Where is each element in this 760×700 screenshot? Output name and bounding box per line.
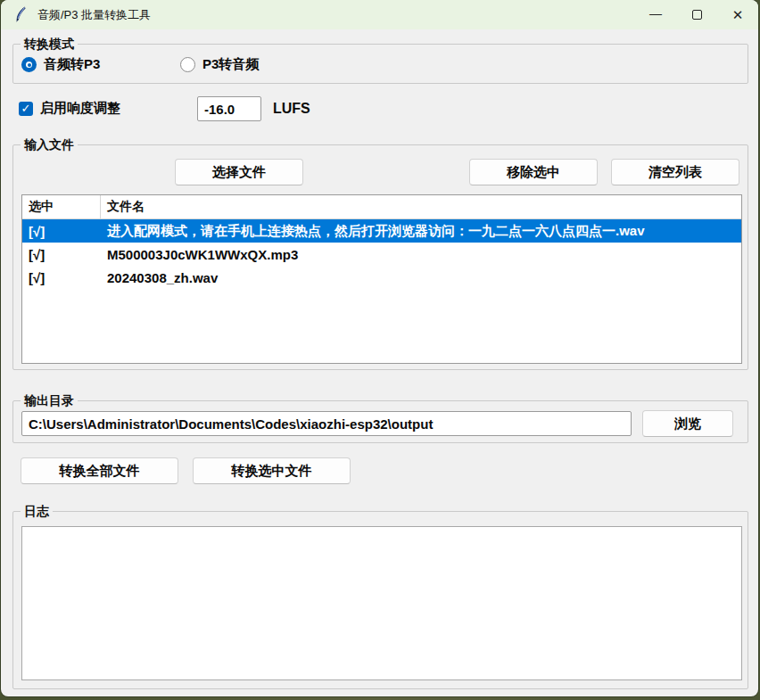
app-window: 音频/P3 批量转换工具 — ✕ 转换模式 音频转P3 P3转音频 ✓ 启用响度… (1, 0, 758, 696)
output-dir-groupbox: 输出目录 浏览 (12, 400, 748, 443)
maximize-icon (692, 10, 702, 20)
log-group-label: 日志 (21, 503, 53, 520)
mode-groupbox: 转换模式 音频转P3 P3转音频 (12, 44, 748, 84)
checkbox-checked-icon: ✓ (19, 102, 33, 116)
radio-audio-to-p3-label: 音频转P3 (44, 56, 100, 73)
titlebar: 音频/P3 批量转换工具 — ✕ (1, 0, 758, 29)
close-icon: ✕ (732, 8, 744, 21)
window-title: 音频/P3 批量转换工具 (37, 7, 151, 23)
minimize-button[interactable]: — (635, 0, 676, 29)
file-table-header: 选中 文件名 (22, 195, 741, 219)
browse-button[interactable]: 浏览 (642, 410, 733, 437)
log-textarea[interactable] (21, 526, 742, 680)
radio-audio-to-p3[interactable]: 音频转P3 (21, 56, 100, 73)
radio-unselected-icon (180, 57, 195, 72)
loudness-checkbox-label: 启用响度调整 (40, 100, 120, 117)
close-button[interactable]: ✕ (717, 0, 758, 29)
output-path-input[interactable] (21, 411, 632, 436)
row-checked-cell: [√] (22, 270, 101, 285)
loudness-checkbox[interactable]: ✓ 启用响度调整 (19, 100, 120, 117)
tk-feather-icon (13, 6, 29, 23)
clear-list-button[interactable]: 清空列表 (611, 159, 739, 185)
remove-selected-button[interactable]: 移除选中 (469, 159, 598, 185)
log-groupbox: 日志 (12, 511, 748, 689)
radio-selected-icon (21, 57, 37, 72)
minimize-icon: — (649, 7, 662, 20)
lufs-input[interactable] (197, 96, 261, 121)
input-files-group-label: 输入文件 (21, 136, 78, 153)
col-header-filename[interactable]: 文件名 (101, 195, 741, 218)
convert-selected-button[interactable]: 转换选中文件 (193, 457, 351, 484)
file-table: 选中 文件名 [√] 进入配网模式，请在手机上连接热点，然后打开浏览器访问：一九… (21, 194, 742, 364)
row-checked-cell: [√] (22, 247, 101, 262)
mode-group-label: 转换模式 (21, 36, 78, 53)
row-filename-cell: M500003J0cWK1WWxQX.mp3 (101, 247, 741, 262)
table-row[interactable]: [√] M500003J0cWK1WWxQX.mp3 (22, 243, 741, 266)
table-row[interactable]: [√] 进入配网模式，请在手机上连接热点，然后打开浏览器访问：一九二点一六八点四… (22, 219, 741, 243)
row-checked-cell: [√] (22, 224, 101, 239)
output-dir-group-label: 输出目录 (21, 392, 78, 409)
col-header-checked[interactable]: 选中 (22, 195, 101, 218)
row-filename-cell: 进入配网模式，请在手机上连接热点，然后打开浏览器访问：一九二点一六八点四点一.w… (101, 223, 741, 240)
radio-p3-to-audio-label: P3转音频 (202, 56, 259, 73)
lufs-unit-label: LUFS (273, 101, 310, 117)
convert-all-button[interactable]: 转换全部文件 (21, 457, 178, 484)
select-files-button[interactable]: 选择文件 (175, 159, 303, 185)
radio-p3-to-audio[interactable]: P3转音频 (180, 56, 259, 73)
table-row[interactable]: [√] 20240308_zh.wav (22, 266, 741, 289)
input-files-groupbox: 输入文件 选择文件 移除选中 清空列表 选中 文件名 [√] 进入配网模式，请在… (12, 144, 748, 370)
row-filename-cell: 20240308_zh.wav (101, 270, 741, 285)
maximize-button[interactable] (676, 0, 717, 29)
